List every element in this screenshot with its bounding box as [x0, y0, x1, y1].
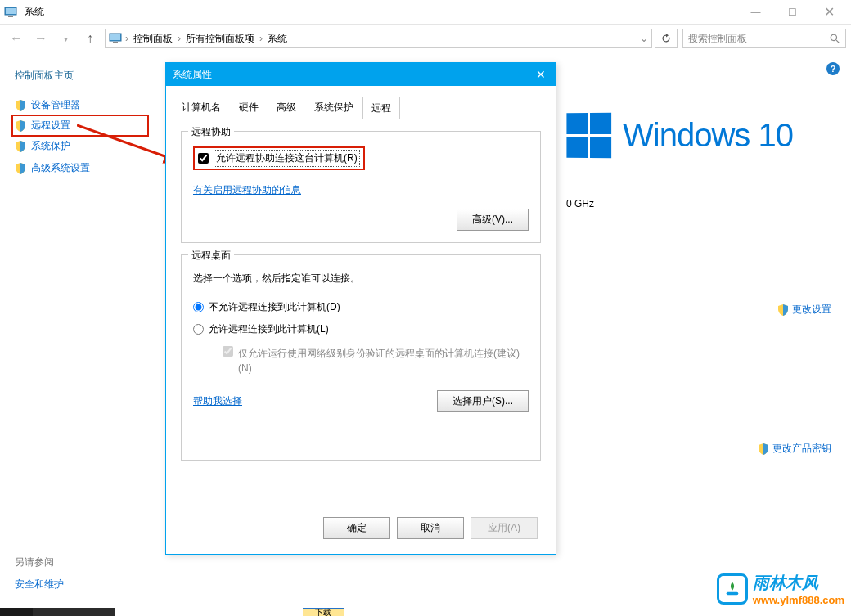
breadcrumb-sep: ›	[124, 33, 130, 44]
address-bar[interactable]: › 控制面板 › 所有控制面板项 › 系统 ⌄	[105, 29, 652, 48]
link-label: 更改产品密钥	[772, 442, 831, 456]
watermark-icon	[717, 573, 748, 605]
sidebar-item-device-manager[interactable]: 设备管理器	[15, 94, 146, 116]
shield-icon	[15, 163, 26, 174]
close-button[interactable]: ✕	[811, 0, 848, 25]
advanced-button[interactable]: 高级(V)...	[457, 209, 529, 231]
remote-assistance-info-link[interactable]: 有关启用远程协助的信息	[193, 184, 301, 196]
breadcrumb-sep: ›	[176, 33, 182, 44]
processor-speed: 0 GHz	[566, 198, 594, 209]
allow-remote-assistance-checkbox[interactable]	[198, 153, 209, 164]
select-users-button[interactable]: 选择用户(S)...	[437, 390, 529, 412]
group-title: 远程协助	[188, 125, 234, 139]
dialog-footer: 确定 取消 应用(A)	[323, 517, 538, 539]
location-icon	[109, 32, 122, 45]
system-properties-dialog: 系统属性 ✕ 计算机名 硬件 高级 系统保护 远程 远程协助 允许远程协助连接这…	[165, 62, 556, 555]
breadcrumb-item[interactable]: 所有控制面板项	[184, 32, 256, 46]
dialog-titlebar[interactable]: 系统属性 ✕	[166, 63, 556, 86]
address-dropdown[interactable]: ⌄	[640, 33, 648, 44]
help-me-choose-link[interactable]: 帮助我选择	[193, 394, 242, 408]
breadcrumb-item[interactable]: 控制面板	[132, 32, 174, 46]
sidebar: 控制面板主页 设备管理器 远程设置 系统保护 高级系统设置 另请参阅 安全和维护	[0, 52, 160, 616]
watermark-name: 雨林木风	[753, 572, 844, 594]
sidebar-item-advanced-settings[interactable]: 高级系统设置	[15, 157, 146, 179]
shield-icon	[15, 120, 26, 132]
nla-checkbox-row: 仅允许运行使用网络级别身份验证的远程桌面的计算机连接(建议)(N)	[223, 346, 529, 375]
tab-computer-name[interactable]: 计算机名	[173, 96, 230, 119]
tab-system-protection[interactable]: 系统保护	[305, 96, 362, 119]
sidebar-label: 远程设置	[31, 119, 70, 133]
breadcrumb-item[interactable]: 系统	[266, 32, 289, 46]
remote-assistance-group: 远程协助 允许远程协助连接这台计算机(R) 有关启用远程协助的信息 高级(V).…	[181, 131, 541, 243]
sidebar-heading[interactable]: 控制面板主页	[15, 69, 146, 83]
download-badge: 下载	[303, 608, 344, 616]
search-placeholder: 搜索控制面板	[688, 32, 747, 46]
up-button[interactable]: ↑	[79, 27, 101, 50]
search-input[interactable]: 搜索控制面板	[682, 29, 846, 48]
shield-icon	[777, 304, 789, 316]
sidebar-item-remote-settings[interactable]: 远程设置	[11, 115, 149, 137]
remote-desktop-group: 远程桌面 选择一个选项，然后指定谁可以连接。 不允许远程连接到此计算机(D) 允…	[181, 254, 541, 461]
shield-icon	[15, 100, 26, 111]
radio-allow[interactable]: 允许远程连接到此计算机(L)	[193, 322, 529, 336]
checkbox-label: 允许远程协助连接这台计算机(R)	[214, 150, 360, 167]
recent-dropdown[interactable]: ▾	[54, 27, 77, 50]
radio-label: 允许远程连接到此计算机(L)	[209, 322, 329, 336]
dialog-close-button[interactable]: ✕	[533, 66, 549, 83]
sidebar-label: 设备管理器	[31, 98, 80, 112]
cancel-button[interactable]: 取消	[397, 517, 464, 539]
watermark: 雨林木风 www.ylmf888.com	[717, 572, 844, 606]
tab-hardware[interactable]: 硬件	[230, 96, 268, 119]
radio-dont-allow[interactable]: 不允许远程连接到此计算机(D)	[193, 300, 529, 314]
sidebar-label: 高级系统设置	[31, 161, 90, 175]
change-product-key-link[interactable]: 更改产品密钥	[758, 442, 831, 456]
shield-icon	[15, 141, 26, 152]
change-settings-link[interactable]: 更改设置	[777, 303, 831, 317]
tab-remote[interactable]: 远程	[362, 97, 400, 119]
help-icon[interactable]: ?	[826, 62, 840, 75]
apply-button[interactable]: 应用(A)	[471, 517, 538, 539]
windows10-text: Windows 10	[623, 117, 793, 154]
svg-line-7	[836, 40, 839, 43]
allow-remote-assistance-checkbox-row[interactable]: 允许远程协助连接这台计算机(R)	[193, 146, 365, 170]
nla-label: 仅允许运行使用网络级别身份验证的远程桌面的计算机连接(建议)(N)	[238, 346, 529, 375]
back-button[interactable]: ←	[5, 27, 28, 50]
radio-input-allow[interactable]	[193, 324, 204, 335]
group-description: 选择一个选项，然后指定谁可以连接。	[193, 272, 529, 286]
nla-checkbox	[223, 346, 233, 357]
windows10-logo: Windows 10	[566, 113, 793, 158]
system-icon	[3, 5, 18, 20]
tab-advanced[interactable]: 高级	[268, 96, 305, 119]
search-icon	[830, 34, 840, 44]
sidebar-item-system-protection[interactable]: 系统保护	[15, 135, 146, 157]
sidebar-label: 系统保护	[31, 139, 70, 153]
radio-label: 不允许远程连接到此计算机(D)	[209, 300, 340, 314]
svg-rect-5	[113, 42, 118, 43]
svg-rect-1	[6, 8, 16, 14]
navbar: ← → ▾ ↑ › 控制面板 › 所有控制面板项 › 系统 ⌄ 搜索控制面板	[0, 25, 851, 52]
group-title: 远程桌面	[188, 249, 234, 263]
refresh-button[interactable]	[655, 29, 678, 48]
windows-flag-icon	[566, 113, 611, 159]
svg-rect-9	[726, 592, 738, 596]
security-maintenance-link[interactable]: 安全和维护	[15, 578, 64, 591]
watermark-url: www.ylmf888.com	[753, 594, 844, 606]
ok-button[interactable]: 确定	[323, 517, 390, 539]
radio-input-dont-allow[interactable]	[193, 302, 204, 312]
maximize-button[interactable]: ☐	[774, 0, 811, 25]
see-also-heading: 另请参阅	[15, 555, 64, 569]
link-label: 更改设置	[792, 303, 831, 317]
forward-button[interactable]: →	[29, 27, 52, 50]
minimize-button[interactable]: —	[737, 0, 774, 25]
shield-icon	[758, 443, 769, 455]
svg-rect-2	[8, 16, 13, 17]
dialog-tabs: 计算机名 硬件 高级 系统保护 远程	[166, 86, 556, 119]
svg-point-6	[831, 34, 836, 40]
svg-rect-4	[110, 34, 120, 40]
breadcrumb-sep: ›	[258, 33, 264, 44]
dialog-title: 系统属性	[173, 68, 212, 82]
window-title: 系统	[25, 5, 44, 19]
taskbar-edge: 下载	[0, 608, 851, 616]
explorer-titlebar: 系统 — ☐ ✕	[0, 0, 851, 25]
